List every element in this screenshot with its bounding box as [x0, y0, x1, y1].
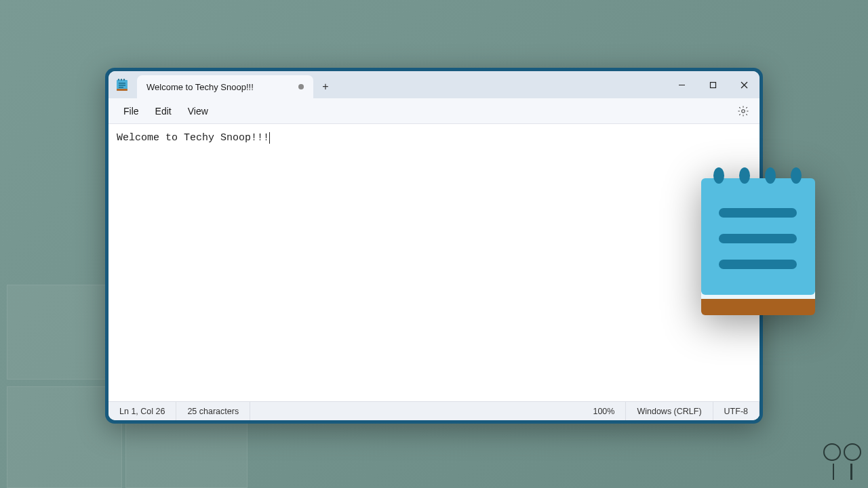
corner-decoration	[822, 443, 863, 483]
menu-file[interactable]: File	[115, 102, 147, 121]
notepad-large-icon	[698, 166, 817, 323]
menu-view[interactable]: View	[180, 102, 216, 121]
menubar: File Edit View	[108, 98, 760, 124]
tab-title: Welcome to Techy Snoop!!!	[146, 82, 290, 92]
svg-point-2	[118, 79, 119, 80]
status-zoom[interactable]: 100%	[582, 402, 626, 420]
menu-edit[interactable]: Edit	[147, 102, 180, 121]
window-controls	[666, 71, 760, 98]
plus-icon: +	[322, 81, 328, 93]
text-cursor	[269, 132, 270, 144]
svg-rect-5	[119, 83, 125, 84]
status-position[interactable]: Ln 1, Col 26	[108, 402, 176, 420]
svg-rect-9	[710, 82, 715, 87]
status-char-count: 25 characters	[176, 402, 250, 420]
svg-point-18	[765, 167, 776, 184]
new-tab-button[interactable]: +	[313, 75, 338, 98]
svg-point-4	[123, 79, 125, 80]
svg-rect-21	[719, 234, 797, 243]
notepad-app-icon	[108, 71, 136, 98]
maximize-button[interactable]	[697, 71, 728, 98]
status-encoding[interactable]: UTF-8	[713, 402, 760, 420]
svg-point-3	[121, 79, 122, 80]
maximize-icon	[709, 81, 717, 89]
close-icon	[741, 81, 748, 89]
svg-point-19	[791, 167, 802, 184]
titlebar[interactable]: Welcome to Techy Snoop!!! +	[108, 71, 760, 98]
statusbar: Ln 1, Col 26 25 characters 100% Windows …	[108, 401, 760, 420]
gear-icon	[737, 105, 749, 117]
svg-rect-22	[719, 260, 797, 269]
editor-content: Welcome to Techy Snoop!!!	[117, 132, 269, 144]
minimize-button[interactable]	[666, 71, 697, 98]
minimize-icon	[678, 81, 686, 89]
text-editor[interactable]: Welcome to Techy Snoop!!!	[108, 124, 760, 401]
svg-rect-1	[117, 89, 127, 91]
svg-rect-20	[719, 208, 797, 218]
settings-button[interactable]	[734, 102, 753, 121]
svg-point-12	[742, 109, 745, 113]
notepad-window: Welcome to Techy Snoop!!! + File	[105, 68, 763, 424]
svg-point-16	[713, 167, 724, 184]
close-button[interactable]	[728, 71, 760, 98]
svg-point-17	[739, 167, 750, 184]
window-client: Welcome to Techy Snoop!!! + File	[108, 71, 760, 420]
svg-rect-7	[119, 87, 123, 88]
svg-rect-6	[119, 85, 125, 86]
status-line-ending[interactable]: Windows (CRLF)	[626, 402, 713, 420]
document-tab[interactable]: Welcome to Techy Snoop!!!	[137, 75, 313, 98]
unsaved-dot-icon	[298, 84, 304, 89]
